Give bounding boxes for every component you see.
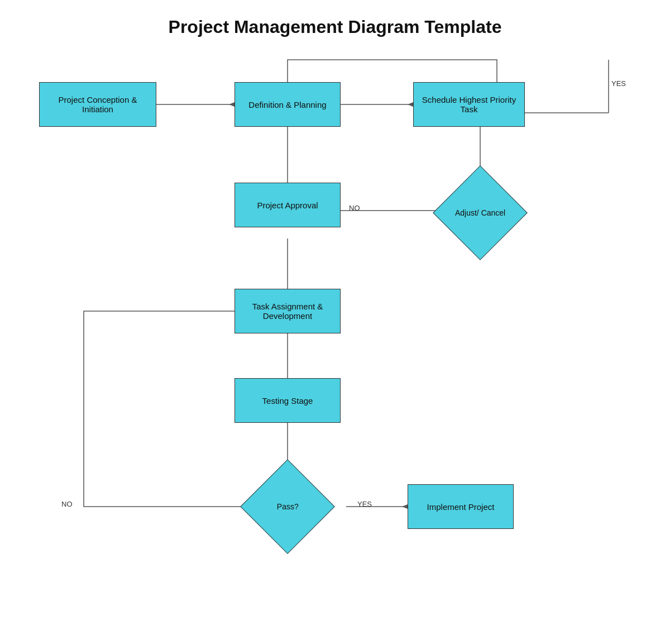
implement-node: Implement Project xyxy=(408,484,514,529)
arrowheads xyxy=(28,49,642,635)
no-label-pass: NO xyxy=(61,500,73,508)
schedule-node: Schedule Highest Priority Task xyxy=(413,82,525,127)
svg-marker-12 xyxy=(229,102,234,107)
yes-label-top: YES xyxy=(611,79,626,88)
svg-marker-18 xyxy=(402,504,408,509)
conception-node: Project Conception & Initiation xyxy=(39,82,156,127)
yes-label-pass: YES xyxy=(357,500,372,508)
approval-node: Project Approval xyxy=(234,183,341,227)
testing-node: Testing Stage xyxy=(234,378,341,423)
definition-node: Definition & Planning xyxy=(234,82,341,127)
page-title: Project Management Diagram Template xyxy=(169,17,502,37)
svg-marker-13 xyxy=(408,102,413,107)
no-label-approval: NO xyxy=(349,204,360,212)
task-node: Task Assignment & Development xyxy=(234,289,341,333)
diagram: Project Conception & Initiation Definiti… xyxy=(28,49,642,635)
